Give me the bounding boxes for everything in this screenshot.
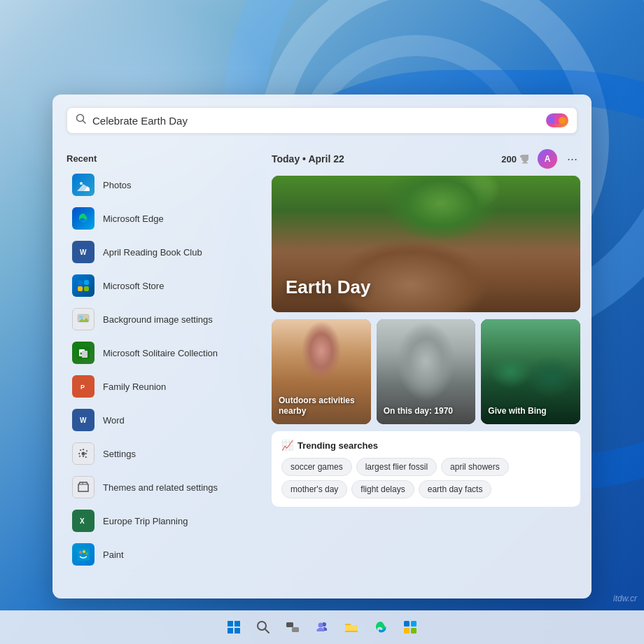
search-badges: [546, 113, 568, 127]
pill-largest-flier[interactable]: largest flier fossil: [356, 458, 437, 476]
themes-label: Themes and related settings: [103, 482, 218, 493]
excel-icon: X: [72, 510, 94, 532]
on-this-day-card[interactable]: On this day: 1970: [377, 319, 476, 424]
recent-item-bg-settings[interactable]: Background image settings: [58, 302, 260, 336]
svg-text:W: W: [80, 416, 87, 424]
search-icon: [76, 113, 87, 127]
pill-soccer-games[interactable]: soccer games: [281, 458, 352, 476]
europe-trip-label: Europe Trip Planning: [103, 516, 188, 526]
give-with-bing-label: Give with Bing: [488, 406, 546, 417]
recent-item-themes[interactable]: Themes and related settings: [58, 470, 260, 504]
paint-label: Paint: [103, 550, 124, 560]
taskbar: [0, 610, 644, 644]
trophy-icon: [519, 153, 531, 164]
points-display: 200: [501, 153, 531, 164]
svg-rect-42: [234, 628, 240, 634]
svg-point-35: [83, 550, 85, 553]
svg-rect-40: [234, 621, 240, 626]
svg-rect-14: [78, 286, 83, 291]
taskbar-explorer-button[interactable]: [339, 615, 364, 640]
svg-rect-13: [84, 280, 89, 285]
svg-rect-49: [404, 621, 410, 626]
settings-label: Settings: [103, 449, 136, 459]
book-club-label: April Reading Book Club: [103, 247, 202, 258]
trending-section: 📈 Trending searches soccer games largest…: [272, 431, 580, 507]
word-icon: W: [72, 409, 94, 431]
today-header: Today • April 22 200 A: [272, 146, 580, 176]
svg-point-4: [559, 117, 566, 124]
family-reunion-label: Family Reunion: [103, 382, 166, 392]
on-this-day-label: On this day: 1970: [384, 406, 453, 417]
search-input[interactable]: [92, 115, 546, 127]
recent-item-europe-trip[interactable]: X Europe Trip Planning: [58, 504, 260, 538]
outdoors-card[interactable]: Outdoors activities nearby: [272, 319, 371, 424]
recent-item-settings[interactable]: Settings: [58, 437, 260, 470]
recent-item-book-club[interactable]: W April Reading Book Club: [58, 235, 260, 269]
trending-title: Trending searches: [298, 440, 378, 451]
recent-item-edge[interactable]: Microsoft Edge: [58, 202, 260, 235]
svg-point-28: [82, 452, 85, 456]
taskbar-search-button[interactable]: [251, 615, 276, 640]
recent-item-word[interactable]: W Word: [58, 403, 260, 437]
svg-line-1: [83, 121, 86, 124]
taskbar-teams-button[interactable]: [309, 615, 335, 640]
svg-point-43: [258, 622, 266, 630]
user-avatar[interactable]: A: [538, 149, 557, 169]
earth-day-hero-card[interactable]: Earth Day: [272, 176, 580, 312]
pill-mothers-day[interactable]: mother's day: [281, 480, 347, 498]
svg-rect-51: [404, 628, 410, 634]
svg-rect-39: [227, 621, 233, 626]
svg-rect-15: [84, 286, 89, 291]
windows-start-button[interactable]: [221, 615, 246, 640]
svg-point-19: [85, 316, 87, 318]
svg-rect-41: [227, 628, 233, 634]
search-bar[interactable]: [66, 107, 578, 134]
svg-text:X: X: [80, 517, 85, 525]
svg-rect-17: [79, 316, 83, 318]
store-icon: [72, 274, 94, 297]
earth-day-title: Earth Day: [286, 276, 370, 298]
bg-settings-label: Background image settings: [103, 314, 213, 325]
task-view-button[interactable]: [280, 615, 305, 640]
outdoors-label: Outdoors activities nearby: [279, 396, 371, 417]
svg-point-48: [318, 623, 323, 628]
svg-rect-37: [524, 161, 526, 162]
svg-rect-50: [411, 621, 416, 626]
svg-rect-12: [78, 280, 83, 285]
pill-april-showers[interactable]: april showers: [441, 458, 509, 476]
solitaire-icon: ♦: [72, 342, 94, 364]
bing-badge: [546, 113, 568, 127]
svg-text:♦: ♦: [80, 351, 83, 356]
taskbar-edge-button[interactable]: [368, 615, 393, 640]
trending-pills: soccer games largest flier fossil april …: [281, 458, 570, 498]
svg-rect-46: [292, 627, 299, 632]
recent-item-paint[interactable]: Paint: [58, 538, 260, 571]
pill-flight-delays[interactable]: flight delays: [351, 480, 414, 498]
give-with-bing-card[interactable]: Give with Bing: [481, 319, 580, 424]
recent-item-photos[interactable]: Photos: [58, 168, 260, 202]
trending-header: 📈 Trending searches: [281, 440, 570, 451]
photos-icon: [72, 174, 94, 196]
themes-icon: [72, 476, 94, 498]
svg-rect-38: [522, 162, 528, 164]
recent-item-store[interactable]: Microsoft Store: [58, 269, 260, 302]
word-doc-icon: W: [72, 241, 94, 263]
svg-rect-52: [411, 628, 416, 634]
right-panel: Today • April 22 200 A: [266, 141, 592, 598]
more-options-button[interactable]: ···: [564, 152, 580, 167]
start-menu: Recent Photos: [52, 94, 592, 598]
svg-point-6: [80, 182, 83, 185]
today-right-controls: 200 A ···: [501, 149, 580, 169]
taskbar-store-button[interactable]: [398, 615, 423, 640]
edge-icon: [72, 207, 94, 230]
main-content: Recent Photos: [52, 141, 592, 598]
svg-rect-45: [286, 622, 293, 627]
recent-item-family-reunion[interactable]: P Family Reunion: [58, 370, 260, 403]
svg-point-34: [79, 551, 82, 554]
svg-text:P: P: [80, 384, 85, 391]
pill-earth-day-facts[interactable]: earth day facts: [419, 480, 492, 498]
store-label: Microsoft Store: [103, 281, 164, 291]
recent-section-title: Recent: [52, 148, 266, 168]
svg-rect-22: [82, 351, 88, 358]
recent-item-solitaire[interactable]: ♦ Microsoft Solitaire Collection: [58, 336, 260, 370]
